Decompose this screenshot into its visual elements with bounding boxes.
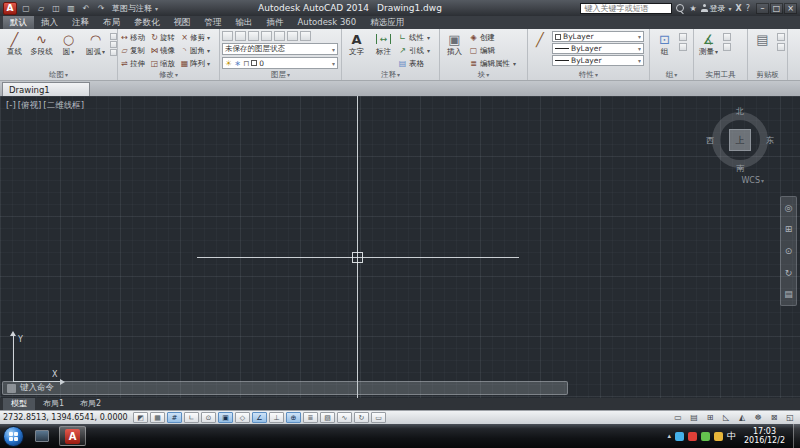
panel-modify-footer[interactable]: 修改 — [118, 70, 219, 80]
edit-block-tool[interactable]: ▢编辑 — [469, 44, 516, 57]
command-line[interactable]: 键入命令 — [2, 381, 568, 395]
transparency-toggle[interactable]: ▨ — [320, 412, 335, 423]
tray-icon-4[interactable] — [714, 432, 723, 441]
coordinates-display[interactable]: 2732.8513, 1394.6541, 0.0000 — [3, 413, 131, 422]
tab-layout2[interactable]: 布局2 — [72, 398, 109, 410]
quick-calc-icon[interactable] — [723, 43, 731, 51]
close-button[interactable]: × — [784, 3, 797, 14]
signin-button[interactable]: 登录 — [701, 3, 732, 14]
tab-annotate[interactable]: 注释 — [65, 16, 96, 29]
start-button[interactable] — [3, 426, 24, 447]
workspace-switching-button[interactable]: ☸ — [751, 412, 765, 423]
line-tool[interactable]: ╱ 直线 — [2, 31, 27, 70]
stretch-tool[interactable]: ⇌拉伸 — [120, 57, 150, 70]
table-tool[interactable]: ▤表格 — [398, 57, 430, 70]
snap-toggle[interactable]: ▦ — [150, 412, 165, 423]
match-properties-tool[interactable]: ╱ — [530, 31, 550, 70]
favorites-icon[interactable]: ★ — [689, 4, 696, 13]
tab-model[interactable]: 模型 — [3, 398, 35, 410]
orbit-icon[interactable]: ↻ — [785, 268, 793, 278]
tab-manage[interactable]: 管理 — [198, 16, 229, 29]
panel-groups-footer[interactable]: 组 — [650, 70, 693, 80]
steering-wheel-icon[interactable]: ◎ — [785, 203, 793, 213]
edit-attributes-tool[interactable]: ≣编辑属性 — [469, 57, 516, 70]
taskbar-autocad-button[interactable]: A — [59, 426, 86, 446]
dimension-tool[interactable]: ↔ 标注 — [371, 31, 396, 70]
quick-properties-toggle[interactable]: ∿ — [337, 412, 352, 423]
object-color-dropdown[interactable]: ByLayer — [552, 31, 644, 42]
viewcube-south[interactable]: 南 — [736, 163, 744, 174]
viewcube-top-face[interactable]: 上 — [729, 129, 751, 151]
layer-properties-icon[interactable] — [222, 31, 233, 41]
cut-icon[interactable] — [777, 33, 785, 41]
ime-indicator[interactable]: 中 — [727, 430, 736, 443]
trim-tool[interactable]: ×修剪 — [180, 31, 210, 44]
tab-layout[interactable]: 布局 — [96, 16, 127, 29]
annotation-monitor-toggle[interactable]: ▭ — [371, 412, 386, 423]
text-tool[interactable]: A 文字 — [344, 31, 369, 70]
tab-layout1[interactable]: 布局1 — [35, 398, 72, 410]
tab-output[interactable]: 输出 — [229, 16, 260, 29]
search-icon[interactable] — [676, 4, 685, 13]
layer-dropdown[interactable]: ☀ ∗ ⊓ 0 — [222, 57, 338, 69]
hatch-tool-icon[interactable] — [110, 41, 117, 48]
workspace-dropdown[interactable]: 草图与注释 — [110, 3, 160, 14]
wcs-dropdown[interactable]: WCS — [741, 176, 764, 185]
panel-annotation-footer[interactable]: 注释 — [342, 70, 439, 80]
grid-toggle[interactable]: # — [167, 412, 182, 423]
paste-tool[interactable]: ▤ — [750, 31, 775, 70]
undo-icon[interactable]: ↶ — [80, 2, 92, 14]
polar-tracking-toggle[interactable]: ⊙ — [201, 412, 216, 423]
layer-freeze-icon[interactable] — [261, 31, 272, 41]
panel-layers-footer[interactable]: 图层 — [220, 70, 341, 80]
new-icon[interactable]: ▢ — [20, 2, 32, 14]
infer-constraints-toggle[interactable]: ◩ — [133, 412, 148, 423]
tray-icon-3[interactable] — [701, 432, 710, 441]
panel-draw-footer[interactable]: 绘图 — [0, 70, 117, 80]
array-tool[interactable]: ▦阵列 — [180, 57, 210, 70]
viewport-view-control[interactable]: [俯视] — [18, 100, 42, 112]
polyline-tool[interactable]: ∿ 多段线 — [29, 31, 54, 70]
layer-match-icon[interactable] — [287, 31, 298, 41]
tab-view[interactable]: 视图 — [167, 16, 198, 29]
clean-screen-button[interactable]: ◱ — [783, 412, 797, 423]
dynamic-input-toggle[interactable]: ⊕ — [286, 412, 301, 423]
tab-home[interactable]: 默认 — [3, 16, 34, 29]
drawing-canvas[interactable]: [-] [俯视] [二维线框] 北 南 西 东 上 WCS ◎ ⊞ ⊙ ↻ ▤ — [0, 96, 800, 398]
linear-dimension-tool[interactable]: ∟线性 — [398, 31, 430, 44]
leader-tool[interactable]: ↗引线 — [398, 44, 430, 57]
help-icon[interactable]: ? — [746, 4, 750, 13]
linetype-dropdown[interactable]: ByLayer — [552, 55, 644, 66]
search-input[interactable] — [580, 3, 672, 14]
layer-isolate-icon[interactable] — [248, 31, 259, 41]
layer-off-icon[interactable] — [235, 31, 246, 41]
viewcube-west[interactable]: 西 — [706, 135, 714, 146]
tray-expand-icon[interactable]: ▴ — [667, 432, 671, 440]
minimize-button[interactable]: – — [756, 3, 769, 14]
exchange-apps-icon[interactable]: X — [736, 4, 742, 13]
rotate-tool[interactable]: ↻旋转 — [150, 31, 180, 44]
zoom-icon[interactable]: ⊙ — [785, 246, 793, 256]
osnap-toggle[interactable]: ▣ — [218, 412, 233, 423]
annotation-scale-button[interactable]: ◺ — [719, 412, 733, 423]
arc-tool[interactable]: ◠ 圆弧 — [83, 31, 108, 70]
showmotion-icon[interactable]: ▤ — [784, 289, 793, 299]
selection-cycling-toggle[interactable]: ↻ — [354, 412, 369, 423]
viewcube[interactable]: 北 南 西 东 上 — [708, 108, 772, 172]
viewport-menu-control[interactable]: [-] — [6, 100, 16, 112]
group-tool[interactable]: ⊡ 组 — [652, 31, 677, 70]
open-icon[interactable]: ▱ — [35, 2, 47, 14]
panel-block-footer[interactable]: 块 — [440, 70, 527, 80]
quick-view-drawings-button[interactable]: ⊞ — [703, 412, 717, 423]
otrack-toggle[interactable]: ∠ — [252, 412, 267, 423]
show-desktop-button[interactable] — [793, 424, 800, 448]
command-prompt[interactable]: 键入命令 — [20, 382, 54, 394]
layer-state-dropdown[interactable]: 未保存的图层状态 — [222, 43, 338, 55]
file-tab-drawing1[interactable]: Drawing1 — [2, 82, 90, 96]
model-space-button[interactable]: ▭ — [671, 412, 685, 423]
toolbar-lock-button[interactable]: ⊠ — [767, 412, 781, 423]
move-tool[interactable]: ↔移动 — [120, 31, 150, 44]
rectangle-tool-icon[interactable] — [110, 33, 117, 40]
layer-lock-icon[interactable] — [274, 31, 285, 41]
measure-tool[interactable]: ∡ 测量 — [696, 31, 721, 70]
